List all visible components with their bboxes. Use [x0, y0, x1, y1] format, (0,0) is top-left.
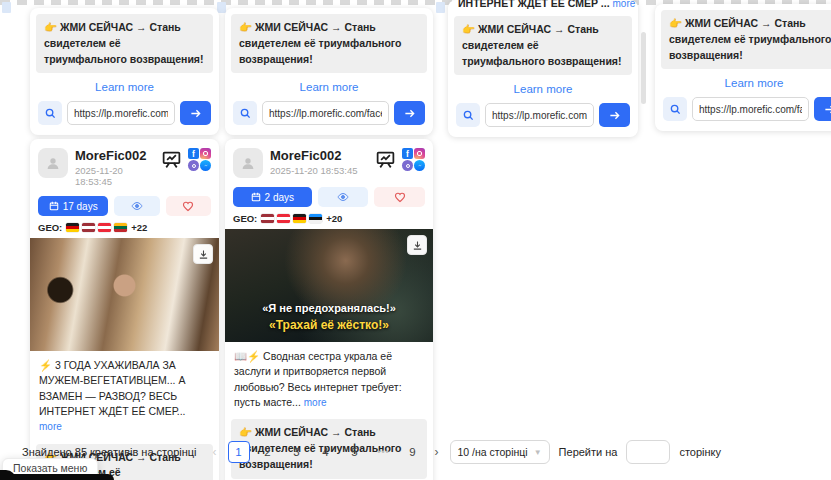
at-flag — [277, 214, 290, 223]
cta-banner: 👉 ЖМИ СЕЙЧАС → Стань свидетелем её триум… — [231, 14, 427, 73]
creative-description: ⚡ 3 ГОДА УХАЖИВАЛА ЗА МУЖЕМ-ВЕГЕТАТИВЦЕМ… — [39, 359, 186, 417]
creative-timestamp: 2025-11-20 18:53:45 — [270, 165, 375, 176]
facebook-icon[interactable]: f — [402, 148, 413, 159]
image-download-button[interactable] — [193, 244, 213, 264]
partial-card: 👉 ЖМИ СЕЙЧАС → Стань свидетелем её триум… — [225, 8, 433, 135]
learn-more-link[interactable]: Learn more — [30, 73, 219, 99]
calendar-icon — [251, 192, 261, 202]
landing-url-input[interactable] — [67, 101, 175, 125]
image-caption-line1: «Я не предохранялась!» — [225, 301, 433, 317]
landing-url-input[interactable] — [262, 101, 389, 125]
creative-timestamp: 2025-11-20 18:53:45 — [75, 165, 161, 187]
days-badge[interactable]: 17 days — [38, 196, 108, 216]
page-3[interactable]: 3 — [286, 441, 308, 463]
advertiser-name[interactable]: MoreFic002 — [75, 148, 161, 163]
arrow-right-icon — [824, 104, 831, 115]
page-4[interactable]: 4 — [315, 441, 337, 463]
learn-more-link[interactable]: Learn more — [448, 75, 638, 101]
instagram-icon[interactable] — [414, 148, 425, 159]
advertiser-name[interactable]: MoreFic002 — [270, 148, 375, 163]
learn-more-link[interactable]: Learn more — [655, 69, 831, 95]
creative-card: MoreFic002 2025-11-20 18:53:45 f 2 — [225, 139, 433, 480]
cta-banner: 👉 ЖМИ СЕЙЧАС → Стань свидетелем её триум… — [661, 10, 831, 69]
geo-flags — [66, 223, 127, 232]
search-icon — [240, 108, 251, 119]
menu-corner[interactable] — [0, 474, 114, 480]
search-button[interactable] — [233, 101, 257, 125]
cta-banner: 👉 ЖМИ СЕЙЧАС → Стань свидетелем её триум… — [454, 16, 632, 75]
geo-more-count[interactable]: +20 — [326, 213, 342, 224]
heart-icon — [394, 191, 406, 203]
lv-flag — [82, 223, 95, 232]
column-edge-marker — [2, 2, 11, 13]
search-icon — [670, 104, 681, 115]
days-label: 2 days — [265, 192, 294, 203]
lv-flag — [261, 214, 274, 223]
eye-icon — [131, 200, 143, 212]
search-button[interactable] — [38, 101, 62, 125]
more-link[interactable]: more — [39, 421, 62, 432]
more-link[interactable]: more — [304, 397, 327, 408]
more-link[interactable]: more — [613, 0, 636, 9]
description-tail: ИНТЕРНЕТ ЖДЁТ ЕЁ СМЕР ... more — [448, 0, 638, 10]
geo-label: GEO: — [38, 222, 62, 233]
views-button[interactable] — [318, 187, 369, 207]
page-size-value: 10 /на сторінці — [458, 446, 528, 458]
search-button[interactable] — [663, 97, 687, 121]
next-page-button[interactable]: › — [433, 445, 441, 459]
like-button[interactable] — [166, 196, 211, 216]
landing-url-input[interactable] — [692, 97, 809, 121]
profile-circle-icon[interactable] — [188, 160, 199, 171]
partial-card: 👉 ЖМИ СЕЙЧАС → Стань свидетелем её триум… — [30, 8, 219, 135]
avatar — [38, 148, 68, 178]
image-caption: «Я не предохранялась!» «Трахай её жёстко… — [225, 301, 433, 334]
views-button[interactable] — [114, 196, 159, 216]
learn-more-link[interactable]: Learn more — [225, 73, 433, 99]
geo-more-count[interactable]: +22 — [131, 222, 147, 233]
prev-page-button[interactable]: ‹ — [211, 445, 219, 459]
calendar-icon — [49, 201, 59, 211]
pagination-bar: Знайдено 85 креативів на сторінці ‹ 1234… — [22, 439, 831, 465]
open-url-button[interactable] — [814, 97, 831, 121]
search-icon — [45, 108, 56, 119]
page-9[interactable]: 9 — [402, 441, 424, 463]
creative-card: MoreFic002 2025-11-20 18:53:45 f 17 — [30, 139, 219, 480]
facebook-icon[interactable]: f — [188, 148, 199, 159]
messenger-icon[interactable] — [414, 160, 425, 171]
open-url-button[interactable] — [394, 101, 425, 125]
de-flag — [66, 223, 79, 232]
landing-url-input[interactable] — [485, 103, 594, 127]
days-badge[interactable]: 2 days — [233, 187, 312, 207]
profile-circle-icon[interactable] — [402, 160, 413, 171]
scrollbar-thumb[interactable] — [641, 32, 646, 104]
page-list: 12345•••9 — [228, 441, 424, 463]
presentation-chart-icon[interactable] — [375, 149, 396, 170]
ee-flag — [309, 214, 322, 223]
goto-label: Перейти на — [559, 446, 618, 458]
presentation-chart-icon[interactable] — [161, 149, 182, 170]
page-5[interactable]: 5 — [344, 441, 366, 463]
like-button[interactable] — [374, 187, 425, 207]
page-size-select[interactable]: 10 /на сторінці ▼ — [450, 440, 550, 464]
creative-image[interactable] — [30, 238, 219, 351]
page-2[interactable]: 2 — [257, 441, 279, 463]
goto-page-input[interactable] — [626, 440, 670, 464]
column-edge-marker — [436, 2, 445, 13]
goto-suffix: сторінку — [679, 446, 721, 458]
open-url-button[interactable] — [180, 101, 211, 125]
person-icon — [45, 155, 61, 171]
partial-card: 👉 ЖМИ СЕЙЧАС → Стань свидетелем её триум… — [655, 4, 831, 131]
days-label: 17 days — [63, 201, 98, 212]
page-1[interactable]: 1 — [228, 441, 250, 463]
arrow-right-icon — [190, 108, 201, 119]
instagram-icon[interactable] — [200, 148, 211, 159]
creative-image[interactable]: «Я не предохранялась!» «Трахай её жёстко… — [225, 229, 433, 342]
image-download-button[interactable] — [407, 235, 427, 255]
at-flag — [98, 223, 111, 232]
messenger-icon[interactable] — [200, 160, 211, 171]
results-count: Знайдено 85 креативів на сторінці — [22, 446, 197, 458]
download-icon — [412, 240, 423, 251]
open-url-button[interactable] — [599, 103, 630, 127]
search-button[interactable] — [456, 103, 480, 127]
partial-card: ИНТЕРНЕТ ЖДЁТ ЕЁ СМЕР ... more 👉 ЖМИ СЕЙ… — [448, 0, 638, 137]
